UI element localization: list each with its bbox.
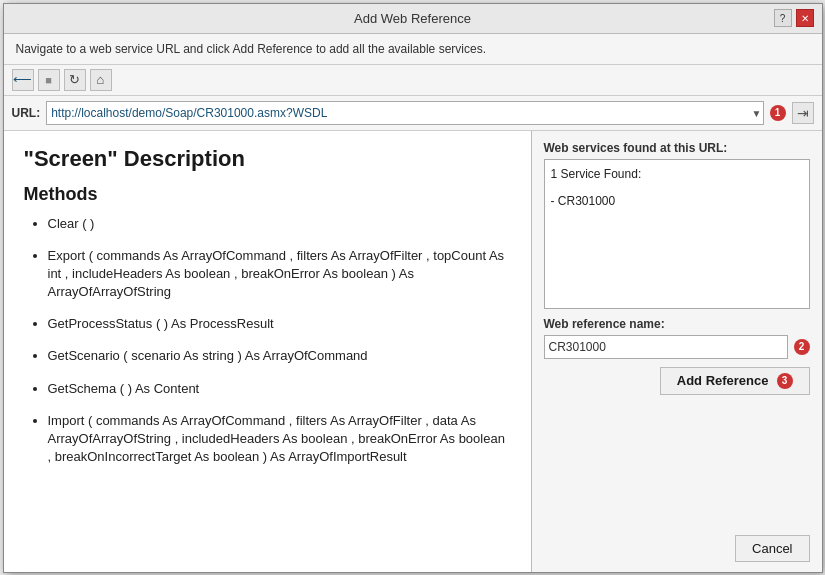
services-listbox-content: 1 Service Found: - CR301000	[551, 164, 803, 213]
title-bar: Add Web Reference ? ✕	[4, 4, 822, 34]
add-web-reference-dialog: Add Web Reference ? ✕ Navigate to a web …	[3, 3, 823, 573]
add-reference-label: Add Reference	[677, 373, 769, 388]
refresh-button[interactable]: ↻	[64, 69, 86, 91]
back-button[interactable]: ⟵	[12, 69, 34, 91]
list-item: GetSchema ( ) As Content	[48, 380, 511, 398]
services-label: Web services found at this URL:	[544, 141, 810, 155]
instructions-text: Navigate to a web service URL and click …	[4, 34, 822, 65]
help-button[interactable]: ?	[774, 9, 792, 27]
services-found-text: 1 Service Found:	[551, 164, 803, 186]
list-item: GetProcessStatus ( ) As ProcessResult	[48, 315, 511, 333]
add-ref-badge: 3	[777, 373, 793, 389]
add-reference-button[interactable]: Add Reference 3	[660, 367, 810, 395]
url-input-wrap: http://localhost/demo/Soap/CR301000.asmx…	[46, 101, 763, 125]
list-item: Clear ( )	[48, 215, 511, 233]
list-item: Import ( commands As ArrayOfCommand , fi…	[48, 412, 511, 467]
toolbar: ⟵ ■ ↻ ⌂	[4, 65, 822, 96]
home-button[interactable]: ⌂	[90, 69, 112, 91]
services-section: Web services found at this URL: 1 Servic…	[544, 141, 810, 309]
url-select[interactable]: http://localhost/demo/Soap/CR301000.asmx…	[46, 101, 763, 125]
list-item: GetScenario ( scenario As string ) As Ar…	[48, 347, 511, 365]
stop-icon: ■	[45, 74, 52, 86]
content-pane: "Screen" Description Methods Clear ( ) E…	[4, 131, 532, 572]
add-ref-section: Add Reference 3	[544, 367, 810, 395]
right-pane: Web services found at this URL: 1 Servic…	[532, 131, 822, 572]
content-scroll[interactable]: "Screen" Description Methods Clear ( ) E…	[4, 131, 531, 572]
home-icon: ⌂	[97, 72, 105, 87]
ref-name-badge: 2	[794, 339, 810, 355]
service-name: - CR301000	[551, 191, 803, 213]
stop-button[interactable]: ■	[38, 69, 60, 91]
url-badge: 1	[770, 105, 786, 121]
cancel-button[interactable]: Cancel	[735, 535, 809, 562]
main-area: "Screen" Description Methods Clear ( ) E…	[4, 131, 822, 572]
method-list: Clear ( ) Export ( commands As ArrayOfCo…	[24, 215, 511, 467]
back-icon: ⟵	[13, 72, 32, 87]
go-button[interactable]: ⇥	[792, 102, 814, 124]
ref-name-input[interactable]	[544, 335, 788, 359]
services-listbox[interactable]: 1 Service Found: - CR301000	[544, 159, 810, 309]
list-item: Export ( commands As ArrayOfCommand , fi…	[48, 247, 511, 302]
url-bar: URL: http://localhost/demo/Soap/CR301000…	[4, 96, 822, 131]
ref-name-input-wrap: 2	[544, 335, 810, 359]
dialog-title: Add Web Reference	[52, 11, 774, 26]
go-icon: ⇥	[797, 105, 809, 121]
url-label: URL:	[12, 106, 41, 120]
cancel-section: Cancel	[544, 535, 810, 562]
close-button[interactable]: ✕	[796, 9, 814, 27]
methods-heading: Methods	[24, 184, 511, 205]
title-bar-controls: ? ✕	[774, 9, 814, 27]
ref-name-section: Web reference name: 2	[544, 317, 810, 359]
content-heading: "Screen" Description	[24, 146, 511, 172]
refresh-icon: ↻	[69, 72, 80, 87]
ref-name-label: Web reference name:	[544, 317, 810, 331]
